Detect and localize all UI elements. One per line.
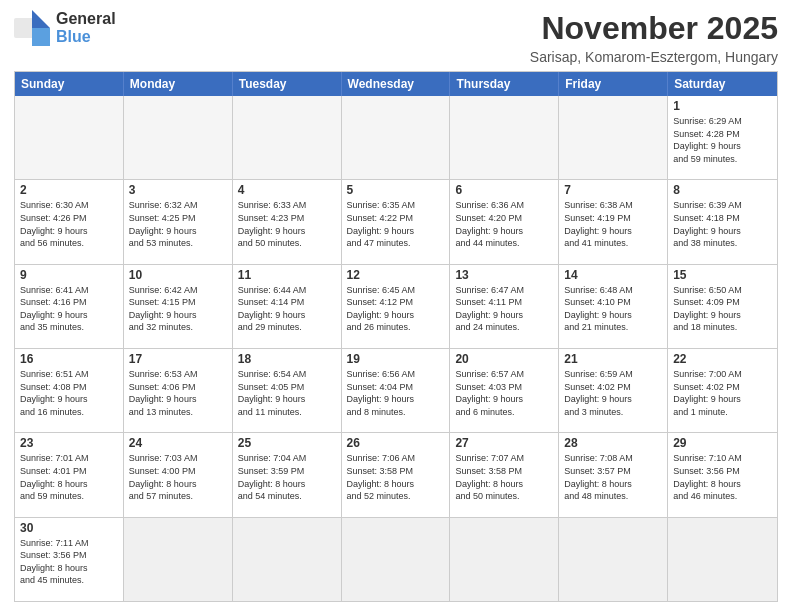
cal-cell-day-14: 14Sunrise: 6:48 AM Sunset: 4:10 PM Dayli… bbox=[559, 265, 668, 348]
cal-cell-day-11: 11Sunrise: 6:44 AM Sunset: 4:14 PM Dayli… bbox=[233, 265, 342, 348]
day-number: 7 bbox=[564, 183, 662, 197]
day-number: 16 bbox=[20, 352, 118, 366]
day-number: 17 bbox=[129, 352, 227, 366]
day-info: Sunrise: 6:36 AM Sunset: 4:20 PM Dayligh… bbox=[455, 199, 553, 249]
day-info: Sunrise: 7:01 AM Sunset: 4:01 PM Dayligh… bbox=[20, 452, 118, 502]
cal-cell-day-1: 1Sunrise: 6:29 AM Sunset: 4:28 PM Daylig… bbox=[668, 96, 777, 179]
cal-cell-day-22: 22Sunrise: 7:00 AM Sunset: 4:02 PM Dayli… bbox=[668, 349, 777, 432]
cal-cell-empty bbox=[559, 96, 668, 179]
logo-text-block: General Blue bbox=[56, 10, 116, 45]
month-title: November 2025 bbox=[530, 10, 778, 47]
day-info: Sunrise: 6:38 AM Sunset: 4:19 PM Dayligh… bbox=[564, 199, 662, 249]
day-number: 4 bbox=[238, 183, 336, 197]
cal-cell-empty bbox=[668, 518, 777, 601]
day-info: Sunrise: 6:42 AM Sunset: 4:15 PM Dayligh… bbox=[129, 284, 227, 334]
day-number: 3 bbox=[129, 183, 227, 197]
svg-marker-1 bbox=[32, 10, 50, 28]
day-number: 1 bbox=[673, 99, 772, 113]
day-number: 28 bbox=[564, 436, 662, 450]
cal-cell-day-12: 12Sunrise: 6:45 AM Sunset: 4:12 PM Dayli… bbox=[342, 265, 451, 348]
cal-cell-empty bbox=[233, 518, 342, 601]
logo-general-text: General bbox=[56, 10, 116, 28]
cal-cell-day-21: 21Sunrise: 6:59 AM Sunset: 4:02 PM Dayli… bbox=[559, 349, 668, 432]
cal-cell-day-16: 16Sunrise: 6:51 AM Sunset: 4:08 PM Dayli… bbox=[15, 349, 124, 432]
cal-cell-day-19: 19Sunrise: 6:56 AM Sunset: 4:04 PM Dayli… bbox=[342, 349, 451, 432]
cal-cell-day-6: 6Sunrise: 6:36 AM Sunset: 4:20 PM Daylig… bbox=[450, 180, 559, 263]
day-info: Sunrise: 6:44 AM Sunset: 4:14 PM Dayligh… bbox=[238, 284, 336, 334]
cal-cell-day-27: 27Sunrise: 7:07 AM Sunset: 3:58 PM Dayli… bbox=[450, 433, 559, 516]
header: General Blue November 2025 Sarisap, Koma… bbox=[14, 10, 778, 65]
cal-row-4: 16Sunrise: 6:51 AM Sunset: 4:08 PM Dayli… bbox=[15, 348, 777, 432]
cal-cell-empty bbox=[233, 96, 342, 179]
day-info: Sunrise: 7:08 AM Sunset: 3:57 PM Dayligh… bbox=[564, 452, 662, 502]
day-number: 30 bbox=[20, 521, 118, 535]
cal-cell-day-26: 26Sunrise: 7:06 AM Sunset: 3:58 PM Dayli… bbox=[342, 433, 451, 516]
calendar-header: SundayMondayTuesdayWednesdayThursdayFrid… bbox=[15, 72, 777, 96]
cal-cell-empty bbox=[342, 518, 451, 601]
calendar-body: 1Sunrise: 6:29 AM Sunset: 4:28 PM Daylig… bbox=[15, 96, 777, 601]
day-info: Sunrise: 6:47 AM Sunset: 4:11 PM Dayligh… bbox=[455, 284, 553, 334]
day-number: 27 bbox=[455, 436, 553, 450]
cal-cell-empty bbox=[450, 518, 559, 601]
day-number: 21 bbox=[564, 352, 662, 366]
day-info: Sunrise: 7:10 AM Sunset: 3:56 PM Dayligh… bbox=[673, 452, 772, 502]
cal-cell-day-5: 5Sunrise: 6:35 AM Sunset: 4:22 PM Daylig… bbox=[342, 180, 451, 263]
day-info: Sunrise: 7:04 AM Sunset: 3:59 PM Dayligh… bbox=[238, 452, 336, 502]
cal-cell-day-29: 29Sunrise: 7:10 AM Sunset: 3:56 PM Dayli… bbox=[668, 433, 777, 516]
day-number: 12 bbox=[347, 268, 445, 282]
day-number: 20 bbox=[455, 352, 553, 366]
logo-blue-text: Blue bbox=[56, 28, 91, 46]
cal-header-monday: Monday bbox=[124, 72, 233, 96]
cal-cell-day-30: 30Sunrise: 7:11 AM Sunset: 3:56 PM Dayli… bbox=[15, 518, 124, 601]
cal-row-1: 1Sunrise: 6:29 AM Sunset: 4:28 PM Daylig… bbox=[15, 96, 777, 179]
day-info: Sunrise: 6:33 AM Sunset: 4:23 PM Dayligh… bbox=[238, 199, 336, 249]
cal-cell-day-2: 2Sunrise: 6:30 AM Sunset: 4:26 PM Daylig… bbox=[15, 180, 124, 263]
day-info: Sunrise: 6:57 AM Sunset: 4:03 PM Dayligh… bbox=[455, 368, 553, 418]
day-info: Sunrise: 6:30 AM Sunset: 4:26 PM Dayligh… bbox=[20, 199, 118, 249]
cal-cell-day-8: 8Sunrise: 6:39 AM Sunset: 4:18 PM Daylig… bbox=[668, 180, 777, 263]
day-number: 23 bbox=[20, 436, 118, 450]
cal-cell-empty bbox=[124, 96, 233, 179]
day-number: 29 bbox=[673, 436, 772, 450]
day-info: Sunrise: 6:45 AM Sunset: 4:12 PM Dayligh… bbox=[347, 284, 445, 334]
logo-icon bbox=[14, 10, 50, 46]
day-info: Sunrise: 7:07 AM Sunset: 3:58 PM Dayligh… bbox=[455, 452, 553, 502]
cal-header-sunday: Sunday bbox=[15, 72, 124, 96]
day-info: Sunrise: 6:56 AM Sunset: 4:04 PM Dayligh… bbox=[347, 368, 445, 418]
day-number: 9 bbox=[20, 268, 118, 282]
cal-cell-empty bbox=[559, 518, 668, 601]
day-info: Sunrise: 6:32 AM Sunset: 4:25 PM Dayligh… bbox=[129, 199, 227, 249]
cal-cell-day-10: 10Sunrise: 6:42 AM Sunset: 4:15 PM Dayli… bbox=[124, 265, 233, 348]
cal-cell-empty bbox=[342, 96, 451, 179]
day-info: Sunrise: 6:51 AM Sunset: 4:08 PM Dayligh… bbox=[20, 368, 118, 418]
cal-row-2: 2Sunrise: 6:30 AM Sunset: 4:26 PM Daylig… bbox=[15, 179, 777, 263]
day-number: 22 bbox=[673, 352, 772, 366]
cal-cell-empty bbox=[15, 96, 124, 179]
cal-header-tuesday: Tuesday bbox=[233, 72, 342, 96]
cal-cell-empty bbox=[450, 96, 559, 179]
day-info: Sunrise: 6:41 AM Sunset: 4:16 PM Dayligh… bbox=[20, 284, 118, 334]
cal-cell-day-23: 23Sunrise: 7:01 AM Sunset: 4:01 PM Dayli… bbox=[15, 433, 124, 516]
day-number: 2 bbox=[20, 183, 118, 197]
cal-cell-day-4: 4Sunrise: 6:33 AM Sunset: 4:23 PM Daylig… bbox=[233, 180, 342, 263]
day-number: 14 bbox=[564, 268, 662, 282]
cal-cell-day-28: 28Sunrise: 7:08 AM Sunset: 3:57 PM Dayli… bbox=[559, 433, 668, 516]
day-number: 8 bbox=[673, 183, 772, 197]
day-info: Sunrise: 6:50 AM Sunset: 4:09 PM Dayligh… bbox=[673, 284, 772, 334]
day-info: Sunrise: 7:06 AM Sunset: 3:58 PM Dayligh… bbox=[347, 452, 445, 502]
day-number: 6 bbox=[455, 183, 553, 197]
cal-cell-day-18: 18Sunrise: 6:54 AM Sunset: 4:05 PM Dayli… bbox=[233, 349, 342, 432]
day-info: Sunrise: 7:11 AM Sunset: 3:56 PM Dayligh… bbox=[20, 537, 118, 587]
day-number: 18 bbox=[238, 352, 336, 366]
day-number: 10 bbox=[129, 268, 227, 282]
location: Sarisap, Komarom-Esztergom, Hungary bbox=[530, 49, 778, 65]
calendar: SundayMondayTuesdayWednesdayThursdayFrid… bbox=[14, 71, 778, 602]
cal-header-saturday: Saturday bbox=[668, 72, 777, 96]
day-number: 26 bbox=[347, 436, 445, 450]
cal-cell-day-15: 15Sunrise: 6:50 AM Sunset: 4:09 PM Dayli… bbox=[668, 265, 777, 348]
cal-cell-day-17: 17Sunrise: 6:53 AM Sunset: 4:06 PM Dayli… bbox=[124, 349, 233, 432]
cal-cell-day-9: 9Sunrise: 6:41 AM Sunset: 4:16 PM Daylig… bbox=[15, 265, 124, 348]
logo: General Blue bbox=[14, 10, 116, 46]
day-info: Sunrise: 6:53 AM Sunset: 4:06 PM Dayligh… bbox=[129, 368, 227, 418]
day-number: 5 bbox=[347, 183, 445, 197]
